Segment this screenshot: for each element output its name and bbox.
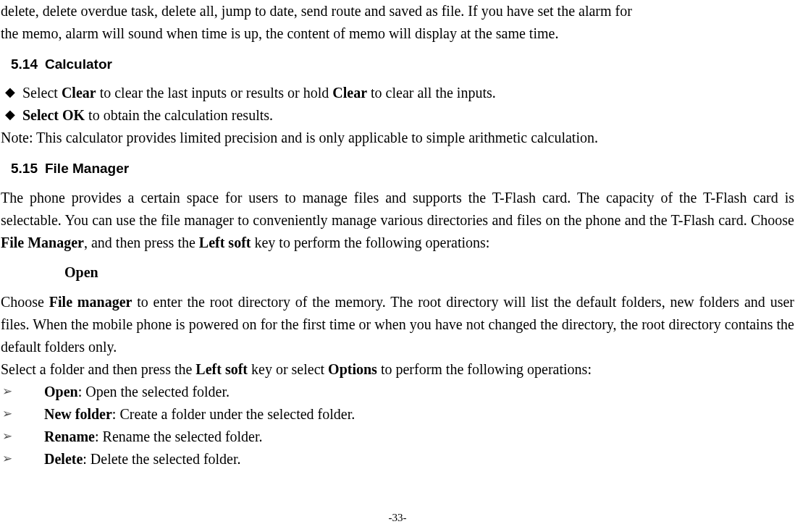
operation-desc: : Delete the selected folder.	[83, 451, 240, 467]
text-fragment: key or select	[248, 361, 328, 377]
page-number: -33-	[0, 510, 795, 526]
text-bold-file-manager: File Manager	[1, 235, 84, 250]
text-fragment: Select a folder and then press the	[1, 361, 195, 377]
list-item: New folder: Create a folder under the se…	[1, 403, 794, 426]
calculator-note: Note: This calculator provides limited p…	[1, 127, 794, 149]
text-fragment: key to perform the following operations:	[251, 235, 489, 250]
intro-paragraph-line2: the memo, alarm will sound when time is …	[1, 22, 794, 45]
text-fragment: Select	[22, 85, 62, 101]
section-title-calculator: Calculator	[45, 56, 112, 72]
list-item: Select OK to obtain the calculation resu…	[1, 104, 794, 127]
text-bold-clear: Clear	[332, 85, 367, 101]
open-paragraph: Choose File manager to enter the root di…	[1, 291, 794, 358]
operation-name-new-folder: New folder	[44, 406, 112, 422]
list-item: Select Clear to clear the last inputs or…	[1, 82, 794, 104]
text-fragment: to clear all the inputs.	[367, 85, 496, 101]
text-bold-left-soft: Left soft	[195, 361, 248, 377]
operation-name-delete: Delete	[44, 451, 83, 467]
open-subheading: Open	[64, 261, 794, 284]
text-fragment: to obtain the calculation results.	[85, 107, 273, 123]
text-bold-options: Options	[328, 361, 377, 377]
operation-desc: : Rename the selected folder.	[95, 428, 263, 444]
section-heading-file-manager: 5.15File Manager	[11, 158, 794, 179]
section-number-file-manager: 5.15	[11, 161, 38, 176]
text-bold-select-ok: Select OK	[22, 107, 85, 123]
select-folder-paragraph: Select a folder and then press the Left …	[1, 358, 794, 381]
section-heading-calculator: 5.14Calculator	[11, 54, 794, 75]
operation-desc: : Create a folder under the selected fol…	[112, 406, 355, 422]
list-item: Delete: Delete the selected folder.	[1, 448, 794, 470]
operation-name-open: Open	[44, 384, 78, 400]
operation-name-rename: Rename	[44, 428, 95, 444]
text-bold-left-soft: Left soft	[199, 235, 251, 250]
file-manager-paragraph: The phone provides a certain space for u…	[1, 187, 794, 254]
list-item: Rename: Rename the selected folder.	[1, 426, 794, 448]
text-bold-file-manager: File manager	[49, 294, 132, 310]
calculator-bullet-list: Select Clear to clear the last inputs or…	[1, 82, 794, 127]
section-number-calculator: 5.14	[11, 56, 38, 72]
text-bold-clear: Clear	[62, 85, 96, 101]
operation-desc: : Open the selected folder.	[78, 384, 230, 400]
text-fragment: to perform the following operations:	[377, 361, 592, 377]
folder-operations-list: Open: Open the selected folder. New fold…	[1, 381, 794, 470]
text-fragment: , and then press the	[84, 235, 199, 250]
intro-paragraph-line1: delete, delete overdue task, delete all,…	[1, 0, 794, 22]
list-item: Open: Open the selected folder.	[1, 381, 794, 403]
text-fragment: to clear the last inputs or results or h…	[96, 85, 333, 101]
text-fragment: Choose	[1, 294, 49, 310]
section-title-file-manager: File Manager	[45, 161, 129, 176]
text-fragment: The phone provides a certain space for u…	[1, 190, 794, 228]
